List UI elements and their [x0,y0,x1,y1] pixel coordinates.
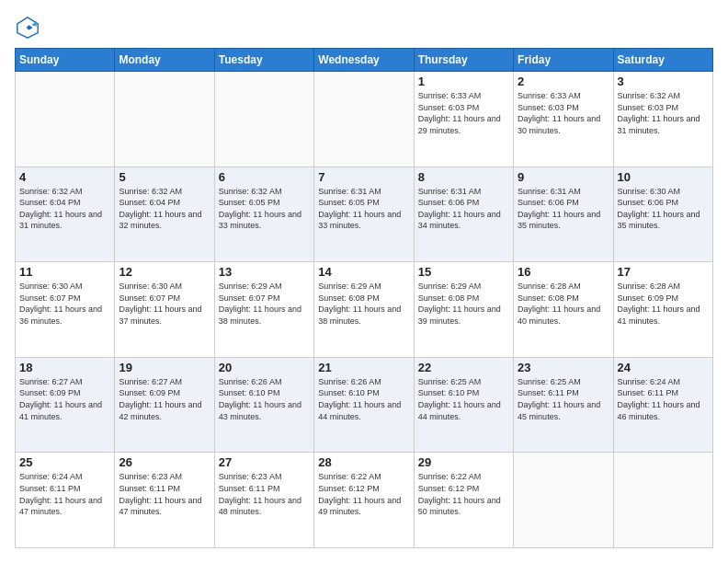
day-info: Sunrise: 6:33 AM Sunset: 6:03 PM Dayligh… [518,90,609,136]
calendar-cell: 3Sunrise: 6:32 AM Sunset: 6:03 PM Daylig… [613,72,712,167]
calendar-cell: 22Sunrise: 6:25 AM Sunset: 6:10 PM Dayli… [414,357,513,453]
calendar-cell: 19Sunrise: 6:27 AM Sunset: 6:09 PM Dayli… [115,357,214,453]
calendar-cell: 14Sunrise: 6:29 AM Sunset: 6:08 PM Dayli… [314,262,414,358]
calendar-cell: 21Sunrise: 6:26 AM Sunset: 6:10 PM Dayli… [314,357,414,453]
calendar-cell: 17Sunrise: 6:28 AM Sunset: 6:09 PM Dayli… [613,262,712,358]
day-number: 11 [19,265,110,279]
day-number: 22 [418,361,509,374]
day-number: 15 [418,265,509,279]
calendar-cell: 6Sunrise: 6:32 AM Sunset: 6:05 PM Daylig… [214,167,313,262]
day-info: Sunrise: 6:31 AM Sunset: 6:05 PM Dayligh… [318,186,409,232]
day-info: Sunrise: 6:23 AM Sunset: 6:11 PM Dayligh… [119,471,210,517]
day-info: Sunrise: 6:30 AM Sunset: 6:07 PM Dayligh… [119,281,210,327]
day-info: Sunrise: 6:32 AM Sunset: 6:04 PM Dayligh… [19,186,110,232]
day-info: Sunrise: 6:31 AM Sunset: 6:06 PM Dayligh… [518,186,609,232]
calendar-cell: 18Sunrise: 6:27 AM Sunset: 6:09 PM Dayli… [16,357,115,453]
page: SundayMondayTuesdayWednesdayThursdayFrid… [0,0,728,563]
calendar-cell: 2Sunrise: 6:33 AM Sunset: 6:03 PM Daylig… [514,72,613,167]
day-info: Sunrise: 6:28 AM Sunset: 6:09 PM Dayligh… [618,281,709,327]
day-info: Sunrise: 6:26 AM Sunset: 6:10 PM Dayligh… [219,376,310,422]
weekday-header-tuesday: Tuesday [214,49,313,72]
weekday-header-monday: Monday [115,49,214,72]
day-info: Sunrise: 6:29 AM Sunset: 6:07 PM Dayligh… [219,281,310,327]
day-number: 18 [19,361,110,374]
header [15,15,713,40]
calendar-cell [514,453,613,548]
day-number: 12 [119,265,210,279]
calendar-cell: 24Sunrise: 6:24 AM Sunset: 6:11 PM Dayli… [613,357,712,453]
day-info: Sunrise: 6:26 AM Sunset: 6:10 PM Dayligh… [318,376,409,422]
day-number: 3 [618,75,709,88]
day-number: 21 [318,361,409,374]
day-number: 19 [119,361,210,374]
calendar-cell: 5Sunrise: 6:32 AM Sunset: 6:04 PM Daylig… [115,167,214,262]
day-number: 26 [119,455,210,469]
day-number: 25 [19,455,110,469]
day-info: Sunrise: 6:27 AM Sunset: 6:09 PM Dayligh… [19,376,110,422]
calendar-cell: 11Sunrise: 6:30 AM Sunset: 6:07 PM Dayli… [16,262,115,358]
day-number: 5 [119,170,210,184]
weekday-header-wednesday: Wednesday [314,49,414,72]
day-info: Sunrise: 6:22 AM Sunset: 6:12 PM Dayligh… [318,471,409,517]
day-info: Sunrise: 6:32 AM Sunset: 6:04 PM Dayligh… [119,186,210,232]
calendar-cell [115,72,214,167]
weekday-header-friday: Friday [514,49,613,72]
day-info: Sunrise: 6:24 AM Sunset: 6:11 PM Dayligh… [618,376,709,422]
calendar-cell: 29Sunrise: 6:22 AM Sunset: 6:12 PM Dayli… [414,453,513,548]
day-number: 14 [318,265,409,279]
day-number: 28 [318,455,409,469]
day-number: 7 [318,170,409,184]
calendar-cell: 13Sunrise: 6:29 AM Sunset: 6:07 PM Dayli… [214,262,313,358]
day-number: 23 [518,361,609,374]
calendar-cell: 4Sunrise: 6:32 AM Sunset: 6:04 PM Daylig… [16,167,115,262]
calendar-cell: 27Sunrise: 6:23 AM Sunset: 6:11 PM Dayli… [214,453,313,548]
calendar-cell: 10Sunrise: 6:30 AM Sunset: 6:06 PM Dayli… [613,167,712,262]
day-number: 17 [618,265,709,279]
calendar-cell: 15Sunrise: 6:29 AM Sunset: 6:08 PM Dayli… [414,262,513,358]
day-number: 8 [418,170,509,184]
day-number: 27 [219,455,310,469]
day-info: Sunrise: 6:31 AM Sunset: 6:06 PM Dayligh… [418,186,509,232]
calendar-cell: 26Sunrise: 6:23 AM Sunset: 6:11 PM Dayli… [115,453,214,548]
calendar-cell [16,72,115,167]
day-number: 6 [219,170,310,184]
day-info: Sunrise: 6:23 AM Sunset: 6:11 PM Dayligh… [219,471,310,517]
day-info: Sunrise: 6:30 AM Sunset: 6:07 PM Dayligh… [19,281,110,327]
logo [15,15,44,40]
calendar-cell: 16Sunrise: 6:28 AM Sunset: 6:08 PM Dayli… [514,262,613,358]
day-info: Sunrise: 6:24 AM Sunset: 6:11 PM Dayligh… [19,471,110,517]
day-number: 10 [618,170,709,184]
day-number: 16 [518,265,609,279]
calendar-cell: 8Sunrise: 6:31 AM Sunset: 6:06 PM Daylig… [414,167,513,262]
day-number: 1 [418,75,509,88]
calendar-cell: 1Sunrise: 6:33 AM Sunset: 6:03 PM Daylig… [414,72,513,167]
calendar-cell: 25Sunrise: 6:24 AM Sunset: 6:11 PM Dayli… [16,453,115,548]
day-info: Sunrise: 6:32 AM Sunset: 6:05 PM Dayligh… [219,186,310,232]
day-number: 4 [19,170,110,184]
day-info: Sunrise: 6:32 AM Sunset: 6:03 PM Dayligh… [618,90,709,136]
calendar-cell: 28Sunrise: 6:22 AM Sunset: 6:12 PM Dayli… [314,453,414,548]
day-info: Sunrise: 6:29 AM Sunset: 6:08 PM Dayligh… [418,281,509,327]
day-info: Sunrise: 6:30 AM Sunset: 6:06 PM Dayligh… [618,186,709,232]
calendar-cell [613,453,712,548]
day-number: 9 [518,170,609,184]
day-info: Sunrise: 6:28 AM Sunset: 6:08 PM Dayligh… [518,281,609,327]
day-number: 2 [518,75,609,88]
calendar-cell [314,72,414,167]
calendar-cell: 12Sunrise: 6:30 AM Sunset: 6:07 PM Dayli… [115,262,214,358]
day-info: Sunrise: 6:22 AM Sunset: 6:12 PM Dayligh… [418,471,509,517]
day-number: 20 [219,361,310,374]
day-info: Sunrise: 6:25 AM Sunset: 6:10 PM Dayligh… [418,376,509,422]
calendar-cell [214,72,313,167]
calendar-cell: 9Sunrise: 6:31 AM Sunset: 6:06 PM Daylig… [514,167,613,262]
calendar-cell: 7Sunrise: 6:31 AM Sunset: 6:05 PM Daylig… [314,167,414,262]
day-info: Sunrise: 6:29 AM Sunset: 6:08 PM Dayligh… [318,281,409,327]
calendar-table: SundayMondayTuesdayWednesdayThursdayFrid… [15,48,713,548]
day-info: Sunrise: 6:33 AM Sunset: 6:03 PM Dayligh… [418,90,509,136]
day-number: 24 [618,361,709,374]
calendar-cell: 23Sunrise: 6:25 AM Sunset: 6:11 PM Dayli… [514,357,613,453]
day-number: 29 [418,455,509,469]
day-info: Sunrise: 6:27 AM Sunset: 6:09 PM Dayligh… [119,376,210,422]
day-info: Sunrise: 6:25 AM Sunset: 6:11 PM Dayligh… [518,376,609,422]
day-number: 13 [219,265,310,279]
